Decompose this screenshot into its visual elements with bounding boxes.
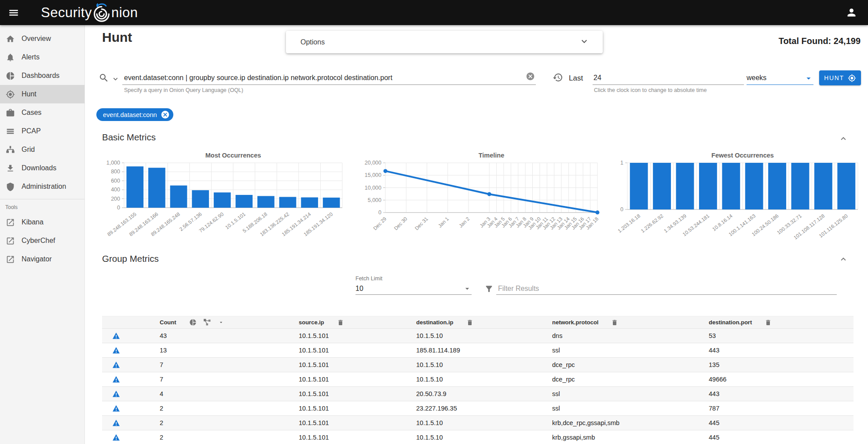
svg-text:200: 200 [111,196,120,202]
sidebar-item-alerts[interactable]: Alerts [0,48,84,66]
fetch-limit-select[interactable]: 10 [355,283,472,295]
select-caret-icon [804,73,813,83]
cell-network-protocol: ssl [552,390,709,397]
filter-chip[interactable]: event.dataset:conn [96,108,173,121]
cell-destination-ip: 10.1.5.10 [416,419,552,426]
sidebar-item-overview[interactable]: Overview [0,29,84,48]
svg-text:0: 0 [620,206,623,213]
warning-triangle-icon[interactable] [112,390,120,397]
sidebar-item-label: Navigator [22,255,51,263]
chip-close-icon[interactable] [161,110,170,119]
brand-text-1: Security [41,5,92,21]
sidebar-item-pcap[interactable]: PCAP [0,122,84,140]
search-icon[interactable] [99,73,109,85]
external-link-icon [6,255,15,264]
collapse-basic-metrics-icon[interactable] [839,134,848,145]
sidebar-item-cyberchef[interactable]: CyberChef [0,231,84,250]
query-dropdown-chevron-icon[interactable] [111,75,120,85]
table-row[interactable]: 710.1.5.10110.1.5.10dce_rpc49666 [102,372,853,387]
svg-text:1.226.62.92: 1.226.62.92 [640,213,664,234]
table-row[interactable]: 1310.1.5.101185.81.114.189ssl443 [102,343,853,358]
sidebar-item-grid[interactable]: Grid [0,140,84,159]
clear-query-icon[interactable] [526,72,535,83]
table-row[interactable]: 710.1.5.10110.1.5.10dce_rpc135 [102,358,853,372]
column-header-source-ip: source.ip [299,319,324,326]
filter-funnel-icon [484,284,494,295]
warning-triangle-icon[interactable] [112,434,120,441]
clock-history-icon[interactable] [553,72,563,84]
cell-destination-ip: 185.81.114.189 [416,347,552,354]
remove-column-trash-icon[interactable] [337,319,344,326]
sidebar-item-navigator[interactable]: Navigator [0,250,84,268]
cell-count: 4 [160,390,299,397]
sidebar-item-kibana[interactable]: Kibana [0,213,84,231]
cell-destination-port: 443 [709,390,853,397]
cell-source-ip: 10.1.5.101 [299,405,416,412]
cell-source-ip: 10.1.5.101 [299,376,416,383]
table-row[interactable]: 210.1.5.10110.1.5.10krb,gssapi,smb445 [102,430,853,444]
cell-destination-port: 445 [709,434,853,441]
bell-icon [6,53,15,62]
time-unit-value: weeks [747,74,804,84]
sidebar-item-label: Grid [22,146,35,154]
time-value-input[interactable] [593,74,744,84]
top-navbar: Security nion [0,0,868,25]
remove-column-trash-icon[interactable] [765,319,772,326]
section-title-group-metrics: Group Metrics [102,253,159,264]
sidebar-item-label: CyberChef [22,237,55,245]
table-row[interactable]: 210.1.5.10123.227.196.35ssl787 [102,401,853,416]
warning-triangle-icon[interactable] [112,419,120,426]
cell-destination-port: 787 [709,405,853,412]
cell-destination-port: 135 [709,361,853,368]
filter-results-input[interactable] [496,285,837,294]
brand-text-2: nion [111,5,138,21]
groupby-graph-icon[interactable] [203,319,212,326]
table-row[interactable]: 4310.1.5.10110.1.5.10dns53 [102,329,853,343]
column-menu-caret-icon[interactable] [218,319,224,325]
total-found-value: 24,199 [834,36,861,46]
sidebar-tools-caption: Tools [0,202,84,213]
lines-icon [6,127,15,136]
hamburger-menu-icon[interactable] [5,4,22,22]
warning-triangle-icon[interactable] [112,361,120,368]
svg-text:Most Occurrences: Most Occurrences [205,152,261,159]
user-account-icon[interactable] [842,4,860,22]
warning-triangle-icon[interactable] [112,347,120,354]
sidebar-item-administration[interactable]: Administration [0,177,84,196]
warning-triangle-icon[interactable] [112,332,120,339]
table-row[interactable]: 410.1.5.10120.50.73.9ssl443 [102,387,853,401]
filter-chip-label: event.dataset:conn [103,111,157,118]
query-input[interactable] [122,74,526,84]
sidebar-divider [0,199,84,199]
sidebar-item-downloads[interactable]: Downloads [0,159,84,177]
sidebar-nav: Overview Alerts Dashboards Hunt Cases PC… [0,25,85,444]
svg-text:Timeline: Timeline [479,152,505,159]
sidebar-item-dashboards[interactable]: Dashboards [0,66,84,85]
hunt-button[interactable]: HUNT [819,70,861,85]
time-unit-select[interactable]: weeks [747,70,813,85]
total-found-label: Total Found: [779,36,831,46]
remove-column-trash-icon[interactable] [611,319,618,326]
external-link-icon [6,218,15,227]
collapse-group-metrics-icon[interactable] [839,254,848,266]
svg-text:0: 0 [117,205,120,211]
svg-text:Jan 2: Jan 2 [458,216,470,228]
remove-column-trash-icon[interactable] [466,319,473,326]
cell-destination-ip: 10.1.5.10 [416,376,552,383]
sidebar-item-hunt[interactable]: Hunt [0,85,84,103]
options-expansion-panel[interactable]: Options [286,31,603,53]
sidebar-item-cases[interactable]: Cases [0,103,84,122]
time-field [593,70,744,85]
svg-text:Jan 1: Jan 1 [437,216,450,228]
table-header-row: Count source.ip destination.ip network.p… [102,316,853,329]
cell-network-protocol: ssl [552,347,709,354]
pie-chart-toggle-icon[interactable] [189,319,197,326]
query-hint: Specify a query in Onion Query Language … [124,87,243,93]
sitemap-icon [6,145,15,154]
cell-destination-ip: 10.1.5.10 [416,434,552,441]
chart-fewest-occurrences: Fewest Occurrences011.203.16.181.226.62.… [615,150,862,242]
warning-triangle-icon[interactable] [112,405,120,412]
security-onion-logo: Security nion [41,2,138,23]
warning-triangle-icon[interactable] [112,376,120,383]
table-row[interactable]: 210.1.5.10110.1.5.10krb,dce_rpc,gssapi,s… [102,416,853,430]
